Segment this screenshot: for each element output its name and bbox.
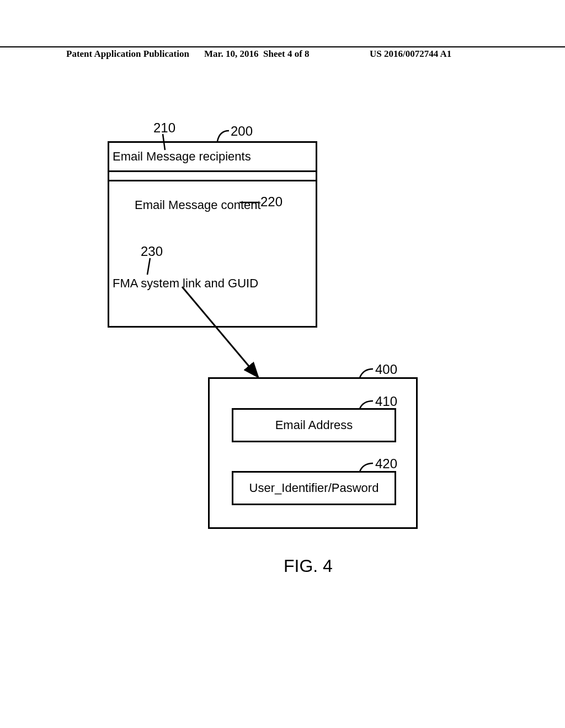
patent-figure-page: Patent Application Publication Mar. 10, … — [0, 0, 565, 728]
leadlines-overlay — [0, 0, 565, 728]
email-message-box: Email Message recipients Email Message c… — [108, 141, 317, 328]
fma-link-label: FMA system link and GUID — [113, 276, 258, 291]
email-content-label: Email Message content — [135, 198, 261, 212]
ref-420: 420 — [375, 456, 397, 472]
user-password-field[interactable]: User_Identifier/Pasword — [232, 471, 396, 505]
header-date-sheet: Mar. 10, 2016 Sheet 4 of 8 — [204, 49, 310, 60]
header-date: Mar. 10, 2016 — [204, 49, 259, 59]
ref-410: 410 — [375, 394, 397, 409]
header-sheet: Sheet 4 of 8 — [263, 49, 310, 59]
header-publication-type: Patent Application Publication — [66, 49, 189, 60]
header-pub-number: US 2016/0072744 A1 — [370, 49, 451, 60]
header-rule — [0, 46, 565, 47]
ref-400: 400 — [375, 362, 397, 377]
email-address-field-label: Email Address — [275, 418, 353, 432]
ref-210: 210 — [153, 120, 175, 136]
ref-230: 230 — [141, 244, 163, 259]
email-recipients-label: Email Message recipients — [113, 149, 251, 164]
ref-200: 200 — [231, 124, 253, 139]
ref-220: 220 — [260, 194, 282, 210]
user-password-field-label: User_Identifier/Pasword — [249, 481, 379, 495]
figure-label: FIG. 4 — [284, 556, 333, 576]
email-address-field[interactable]: Email Address — [232, 408, 396, 442]
email-box-divider — [109, 170, 316, 181]
